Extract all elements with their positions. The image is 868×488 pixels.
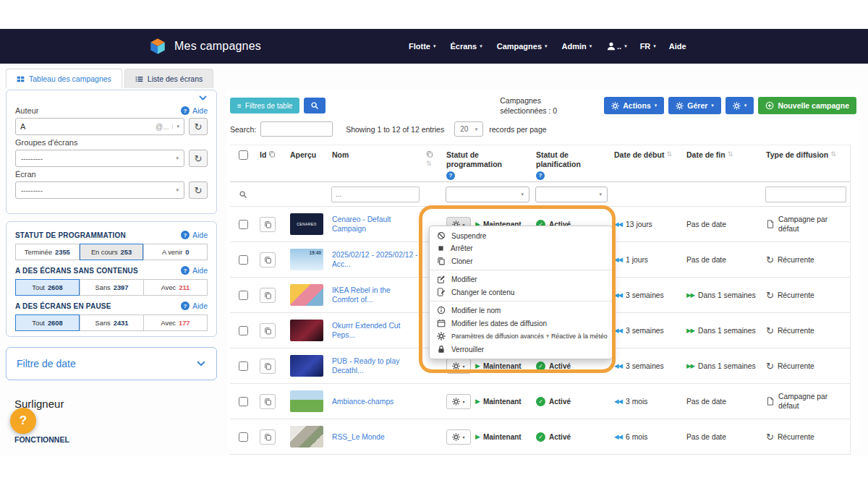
gerer-dropdown-button[interactable]: Gérer ▾ bbox=[668, 97, 721, 114]
help-icon[interactable]: ? bbox=[446, 171, 455, 180]
col-id[interactable]: Id bbox=[260, 150, 266, 160]
copy-id-button[interactable] bbox=[260, 288, 276, 303]
row-actions-dropdown[interactable]: ▾ bbox=[446, 429, 471, 445]
col-nom[interactable]: Nom bbox=[332, 150, 349, 160]
chevron-down-icon[interactable]: ▾ bbox=[172, 124, 179, 129]
tab-tableau-campagnes[interactable]: Tableau des campagnes bbox=[6, 69, 122, 88]
menu-admin[interactable]: Admin▾ bbox=[562, 42, 592, 51]
account-dropdown[interactable]: ..▾ bbox=[617, 42, 627, 51]
campaign-thumbnail[interactable] bbox=[290, 284, 323, 306]
copy-id-button[interactable] bbox=[260, 359, 276, 374]
col-statut-planification[interactable]: Statut de planification bbox=[536, 150, 607, 169]
campaign-name-link[interactable]: Ambiance-champs bbox=[332, 397, 393, 406]
row-actions-dropdown[interactable]: ▾ bbox=[446, 359, 471, 374]
groupes-select[interactable]: --------- ▾ bbox=[15, 150, 184, 167]
nouvelle-campagne-button[interactable]: Nouvelle campagne bbox=[758, 97, 856, 114]
copy-id-button[interactable] bbox=[260, 217, 276, 232]
row-checkbox[interactable] bbox=[239, 397, 248, 406]
filter-terminee-button[interactable]: Terminée2355 bbox=[15, 244, 80, 260]
menu-item-parametres-diffusion[interactable]: Paramètres de diffusion avancés + Réacti… bbox=[430, 330, 612, 343]
type-filter-input[interactable] bbox=[765, 187, 846, 202]
nom-filter-input[interactable] bbox=[331, 187, 420, 202]
menu-item-modifier-nom[interactable]: Modifier le nom bbox=[430, 304, 612, 317]
col-statut-programmation[interactable]: Statut de programmation bbox=[446, 150, 529, 169]
copy-id-button[interactable] bbox=[260, 394, 276, 409]
filter-en-cours-button[interactable]: En cours253 bbox=[80, 244, 144, 260]
campaign-thumbnail[interactable]: 19:40 bbox=[290, 249, 323, 270]
menu-item-modifier-dates[interactable]: Modifier les dates de diffusion bbox=[430, 317, 612, 330]
campaign-thumbnail[interactable] bbox=[290, 426, 323, 448]
col-type-diffusion[interactable]: Type de diffusion bbox=[766, 150, 828, 160]
campaign-name-link[interactable]: PUB - Ready to play Decathl... bbox=[332, 356, 419, 376]
col-date-fin[interactable]: Date de fin bbox=[686, 150, 726, 160]
row-checkbox[interactable] bbox=[239, 326, 248, 335]
row-checkbox[interactable] bbox=[239, 432, 248, 442]
table-search-input[interactable] bbox=[260, 121, 333, 137]
campaign-name-link[interactable]: Cenareo - Default Campaign bbox=[332, 215, 419, 234]
menu-item-modifier[interactable]: Modifier bbox=[430, 273, 612, 286]
filter-avec-contenus-button[interactable]: Avec211 bbox=[144, 279, 208, 296]
settings-dropdown-button[interactable]: ▾ bbox=[726, 97, 754, 114]
menu-item-verrouiller[interactable]: Verrouiller bbox=[430, 343, 612, 356]
help-fab-button[interactable]: ? bbox=[10, 408, 36, 434]
campaign-name-link[interactable]: 2025/02/12 - 2025/02/12 - Acc... bbox=[332, 250, 419, 270]
campaign-name-link[interactable]: RSS_Le Monde bbox=[332, 432, 385, 442]
menu-aide[interactable]: Aide bbox=[669, 42, 686, 51]
actions-dropdown-button[interactable]: Actions ▾ bbox=[604, 97, 664, 114]
filter-a-venir-button[interactable]: A venir0 bbox=[143, 244, 208, 260]
menu-item-cloner[interactable]: Cloner bbox=[430, 254, 612, 267]
campaign-thumbnail[interactable] bbox=[290, 390, 323, 412]
aide-link-statut[interactable]: ? Aide bbox=[181, 231, 208, 239]
statut-prog-filter-select[interactable]: ▾ bbox=[446, 187, 529, 202]
sort-icon[interactable]: ⇅ bbox=[426, 160, 432, 168]
user-menu[interactable] bbox=[606, 41, 616, 51]
filtres-table-button[interactable]: ≡ Filtres de table bbox=[230, 98, 299, 114]
filter-tout-pause-button[interactable]: Tout2608 bbox=[15, 314, 80, 331]
campaign-name-link[interactable]: IKEA Rebel in the Comfort of... bbox=[332, 286, 419, 305]
refresh-groupes-button[interactable]: ↻ bbox=[189, 150, 208, 167]
row-checkbox[interactable] bbox=[239, 361, 248, 371]
col-date-debut[interactable]: Date de début bbox=[614, 150, 664, 160]
filtre-date-card[interactable]: Filtre de date bbox=[6, 347, 217, 380]
refresh-ecran-button[interactable]: ↻ bbox=[189, 181, 208, 199]
campaign-thumbnail[interactable] bbox=[290, 355, 323, 377]
tab-liste-ecrans[interactable]: Liste des écrans bbox=[124, 69, 213, 88]
menu-item-suspendre[interactable]: Suspendre bbox=[430, 229, 612, 242]
row-actions-dropdown[interactable]: ▾ bbox=[446, 394, 471, 409]
filter-sans-pause-button[interactable]: Sans2431 bbox=[80, 314, 144, 331]
campaign-thumbnail[interactable]: CENAREO bbox=[290, 213, 323, 235]
aide-link-en-pause[interactable]: ? Aide bbox=[181, 301, 208, 310]
row-checkbox[interactable] bbox=[239, 291, 248, 300]
menu-campagnes[interactable]: Campagnes▾ bbox=[497, 42, 548, 51]
row-checkbox[interactable] bbox=[239, 220, 248, 229]
menu-item-arreter[interactable]: Arrêter bbox=[430, 242, 612, 254]
copy-id-button[interactable] bbox=[260, 429, 276, 445]
language-dropdown[interactable]: FR▾ bbox=[640, 42, 656, 51]
refresh-auteur-button[interactable]: ↻ bbox=[189, 118, 208, 135]
menu-item-changer-contenu[interactable]: Changer le contenu bbox=[430, 286, 612, 299]
collapse-chevron-icon[interactable] bbox=[198, 93, 208, 103]
help-icon[interactable]: ? bbox=[536, 171, 545, 180]
aide-link-auteur[interactable]: ? Aide bbox=[181, 106, 208, 115]
sort-icon[interactable]: ⇅ bbox=[830, 150, 836, 158]
row-checkbox[interactable] bbox=[239, 255, 248, 265]
auteur-input[interactable]: A @... ▾ bbox=[15, 118, 184, 135]
filter-sans-contenus-button[interactable]: Sans2397 bbox=[80, 279, 144, 296]
sort-icon[interactable]: ⇅ bbox=[666, 150, 672, 158]
copy-id-button[interactable] bbox=[260, 323, 276, 338]
campaign-name-link[interactable]: Okurrr Extended Cut Peps... bbox=[332, 321, 419, 341]
sort-icon[interactable]: ⇅ bbox=[728, 150, 733, 158]
search-button[interactable] bbox=[304, 98, 326, 114]
menu-flotte[interactable]: Flotte▾ bbox=[409, 42, 435, 51]
ecran-select[interactable]: --------- ▾ bbox=[15, 181, 184, 199]
copy-id-button[interactable] bbox=[260, 252, 276, 267]
select-all-checkbox[interactable] bbox=[239, 150, 248, 160]
chevron-down-icon[interactable] bbox=[196, 359, 206, 369]
page-size-select[interactable]: 20 ▾ bbox=[454, 121, 483, 137]
aide-link-sans-contenus[interactable]: ? Aide bbox=[181, 266, 208, 275]
menu-ecrans[interactable]: Écrans▾ bbox=[450, 42, 482, 51]
statut-plan-filter-select[interactable]: ▾ bbox=[535, 187, 608, 202]
filter-avec-pause-button[interactable]: Avec177 bbox=[144, 314, 208, 331]
filter-tout-contenus-button[interactable]: Tout2608 bbox=[15, 279, 80, 296]
campaign-thumbnail[interactable] bbox=[290, 320, 323, 341]
